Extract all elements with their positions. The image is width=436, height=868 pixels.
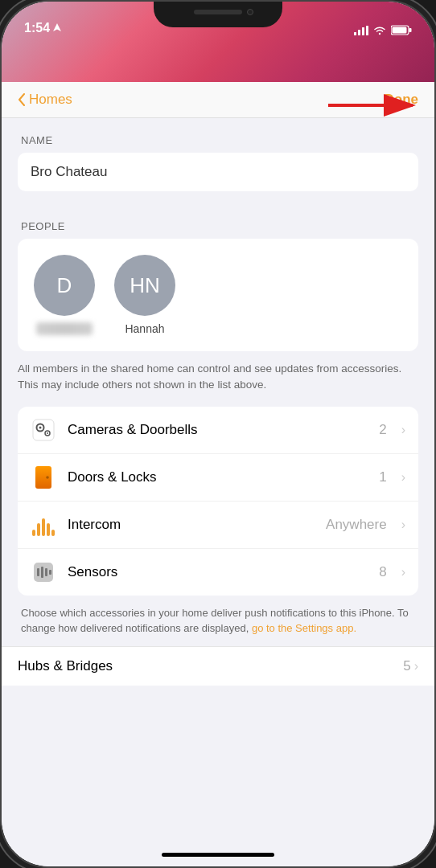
intercom-icon: [31, 512, 56, 538]
notch: [154, 2, 282, 27]
cameras-doorbells-value: 2: [379, 422, 386, 438]
hubs-bridges-label: Hubs & Bridges: [18, 658, 403, 674]
cameras-doorbells-item[interactable]: Cameras & Doorbells 2 ›: [18, 407, 418, 454]
person-d-group: D: [34, 255, 95, 335]
svg-point-4: [379, 32, 380, 34]
content-area[interactable]: Homes Done NAME: [2, 82, 434, 866]
hubs-bridges-item[interactable]: Hubs & Bridges 5 ›: [2, 646, 434, 686]
location-icon: [53, 23, 61, 33]
svg-rect-2: [362, 27, 364, 35]
avatar-hn: HN: [114, 255, 175, 316]
hubs-chevron-icon: ›: [414, 659, 418, 674]
status-time: 1:54: [24, 21, 61, 35]
person-hn-group: HN Hannah: [114, 255, 175, 335]
cameras-doorbells-label: Cameras & Doorbells: [68, 422, 368, 438]
phone-screen: 1:54: [2, 2, 434, 866]
doors-icon: [31, 465, 56, 490]
sensors-item[interactable]: Sensors 8 ›: [18, 549, 418, 596]
phone-frame: 1:54: [0, 0, 436, 868]
home-indicator: [162, 853, 274, 857]
battery-icon: [391, 25, 412, 35]
people-info-text: All members in the shared home can contr…: [2, 351, 434, 394]
signal-icon: [354, 26, 368, 35]
svg-rect-19: [41, 567, 43, 578]
svg-rect-3: [366, 26, 368, 35]
homes-back-button[interactable]: Homes: [18, 92, 72, 108]
svg-rect-15: [35, 466, 51, 489]
front-camera: [247, 9, 253, 15]
people-card: D HN Hannah: [18, 239, 418, 351]
cameras-icon: [31, 417, 56, 443]
person-hn-name: Hannah: [125, 322, 164, 335]
svg-point-12: [39, 426, 42, 428]
intercom-value: Anywhere: [326, 517, 387, 533]
settings-app-link[interactable]: go to the Settings app.: [252, 622, 356, 634]
doors-chevron-icon: ›: [401, 470, 405, 485]
svg-rect-20: [45, 568, 47, 576]
home-name-input[interactable]: [18, 153, 418, 191]
red-arrow: [320, 91, 425, 120]
intercom-label: Intercom: [68, 517, 315, 533]
footer-text: Choose which accessories in your home de…: [2, 596, 434, 643]
name-label: NAME: [18, 134, 418, 146]
sensors-label: Sensors: [68, 564, 368, 580]
person-d-name-blurred: [36, 322, 93, 335]
hubs-bridges-value: 5: [403, 658, 410, 674]
status-icons: [354, 25, 412, 35]
intercom-chevron-icon: ›: [401, 518, 405, 532]
wifi-icon: [373, 26, 386, 35]
sensors-chevron-icon: ›: [401, 565, 405, 579]
sensors-icon: [31, 559, 56, 585]
svg-rect-18: [37, 568, 39, 576]
doors-locks-value: 1: [379, 469, 386, 485]
svg-point-16: [46, 476, 49, 479]
doors-locks-item[interactable]: Doors & Locks 1 ›: [18, 454, 418, 502]
avatar-d: D: [34, 255, 95, 316]
back-chevron-icon: [18, 93, 26, 106]
doors-locks-label: Doors & Locks: [68, 469, 368, 485]
svg-point-14: [47, 432, 48, 434]
people-section: PEOPLE D HN Hannah: [2, 204, 434, 351]
sensors-value: 8: [379, 564, 386, 580]
svg-rect-0: [354, 32, 356, 35]
svg-rect-7: [393, 27, 407, 34]
svg-rect-1: [358, 30, 360, 35]
people-label: PEOPLE: [18, 220, 418, 232]
cameras-chevron-icon: ›: [401, 423, 405, 437]
speaker: [194, 10, 242, 14]
name-section: NAME: [2, 118, 434, 191]
accessories-list: Cameras & Doorbells 2 ›: [18, 407, 418, 596]
svg-rect-6: [409, 28, 412, 32]
svg-rect-21: [49, 570, 51, 575]
intercom-item[interactable]: Intercom Anywhere ›: [18, 502, 418, 549]
